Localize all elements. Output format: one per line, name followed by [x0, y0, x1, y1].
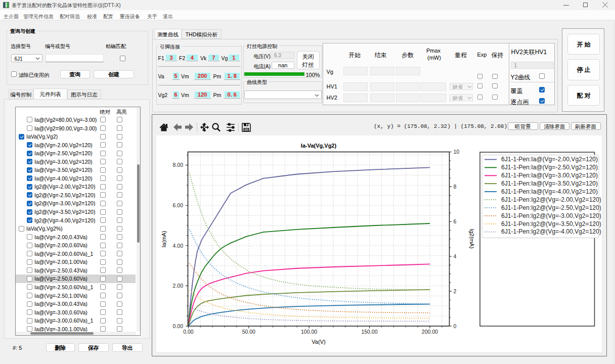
- svg-text:4: 4: [454, 253, 457, 259]
- svg-text:0.00: 0.00: [173, 323, 184, 329]
- svg-text:4.00: 4.00: [173, 243, 184, 249]
- svg-text:2.00: 2.00: [173, 283, 184, 289]
- svg-text:0: 0: [454, 323, 457, 329]
- svg-text:150.00: 150.00: [361, 329, 377, 335]
- svg-text:6J1-1-Pen:Ig2@(Vg=-3.50,Vg2=12: 6J1-1-Pen:Ig2@(Vg=-3.50,Vg2=120): [501, 220, 601, 228]
- svg-text:6J1-1-Pen:Ia@(Vg=-2.50,Vg2=120: 6J1-1-Pen:Ia@(Vg=-2.50,Vg2=120): [501, 164, 598, 171]
- svg-text:6.00: 6.00: [173, 202, 184, 208]
- svg-text:Va(V): Va(V): [312, 339, 325, 345]
- svg-text:6J1-1-Pen:Ia@(Vg=-3.00,Vg2=120: 6J1-1-Pen:Ia@(Vg=-3.00,Vg2=120): [501, 172, 598, 179]
- svg-text:6J1-1-Pen:Ig2@(Vg=-4.00,Vg2=12: 6J1-1-Pen:Ig2@(Vg=-4.00,Vg2=120): [501, 228, 601, 235]
- svg-text:50.00: 50.00: [242, 329, 255, 335]
- svg-text:6: 6: [454, 218, 457, 224]
- svg-text:10: 10: [454, 149, 460, 155]
- svg-text:6J1-1-Pen:Ia@(Vg=-3.50,Vg2=120: 6J1-1-Pen:Ia@(Vg=-3.50,Vg2=120): [501, 180, 598, 187]
- svg-text:8.00: 8.00: [173, 162, 184, 168]
- svg-text:6J1-1-Pen:Ia@(Vg=-2.00,Vg2=120: 6J1-1-Pen:Ia@(Vg=-2.00,Vg2=120): [501, 156, 598, 163]
- svg-text:100.00: 100.00: [301, 329, 317, 335]
- svg-text:Ig2(mA): Ig2(mA): [469, 229, 475, 248]
- svg-text:6J1-1-Pen:Ig2@(Vg=-2.50,Vg2=12: 6J1-1-Pen:Ig2@(Vg=-2.50,Vg2=120): [501, 204, 601, 211]
- svg-text:Ia(mA): Ia(mA): [161, 231, 167, 248]
- svg-text:200.00: 200.00: [422, 329, 438, 335]
- svg-text:2: 2: [454, 288, 457, 294]
- svg-text:0.00: 0.00: [183, 329, 194, 335]
- svg-text:Ia-Va(Vg,Vg2): Ia-Va(Vg,Vg2): [301, 143, 337, 149]
- svg-text:6J1-1-Pen:Ia@(Vg=-4.00,Vg2=120: 6J1-1-Pen:Ia@(Vg=-4.00,Vg2=120): [501, 188, 598, 195]
- svg-text:8: 8: [454, 184, 457, 190]
- svg-text:6J1-1-Pen:Ig2@(Vg=-3.00,Vg2=12: 6J1-1-Pen:Ig2@(Vg=-3.00,Vg2=120): [501, 212, 601, 219]
- svg-text:6J1-1-Pen:Ig2@(Vg=-2.00,Vg2=12: 6J1-1-Pen:Ig2@(Vg=-2.00,Vg2=120): [501, 196, 601, 203]
